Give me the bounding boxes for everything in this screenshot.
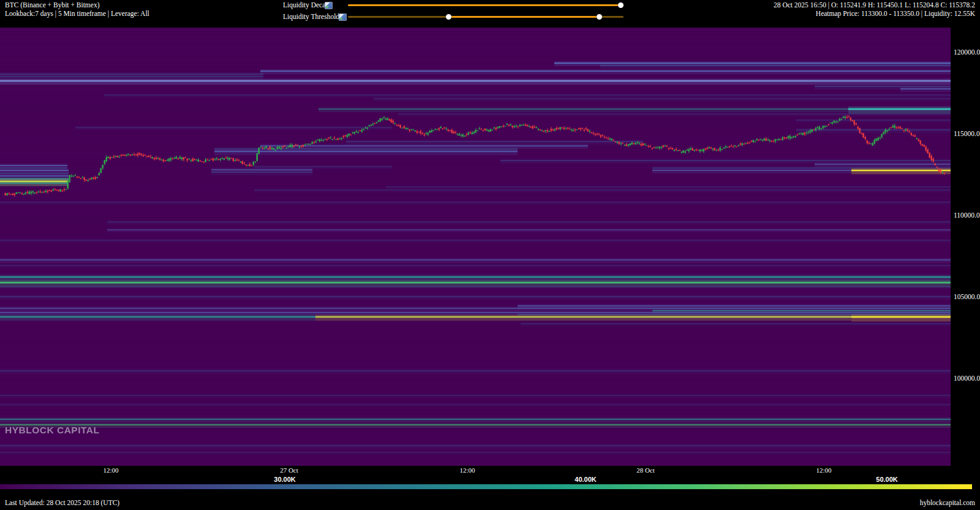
plot-area[interactable]: HYBLOCK CAPITAL <box>0 28 951 466</box>
slider-track[interactable] <box>448 16 599 18</box>
colorbar-tick-label: 30.00K <box>274 476 295 483</box>
site-link[interactable]: hyblockcapital.com <box>920 499 975 506</box>
slider-handle[interactable] <box>446 14 451 20</box>
lookback-settings: Lookback:7 days | 5 Min timeframe | Leve… <box>5 10 149 17</box>
last-updated-text: Last Updated: 28 Oct 2025 20:18 (UTC) <box>5 499 119 506</box>
colorbar-tick-label: 50.00K <box>876 476 897 483</box>
colorbar-tick-label: 40.00K <box>575 476 596 483</box>
symbol-title: BTC (Binance + Bybit + Bitmex) <box>5 1 99 9</box>
heatmap-price-readout: Heatmap Price: 113300.0 - 113350.0 | Liq… <box>816 10 975 17</box>
symbol-info: BTC (Binance + Bybit + Bitmex) Lookback:… <box>5 1 149 18</box>
slider-track[interactable] <box>348 16 448 18</box>
time-tick-label: 28 Oct <box>636 466 655 474</box>
liquidity-threshold-label: Liquidity Threshold <box>283 13 339 20</box>
price-tick-label: 110000.0 <box>954 211 980 219</box>
liquidity-decay-image-icon <box>325 2 333 9</box>
time-tick-label: 12:00 <box>816 466 831 474</box>
ohlc-info: 28 Oct 2025 16:50 | O: 115241.9 H: 11545… <box>774 1 975 18</box>
price-tick-label: 115000.0 <box>954 130 980 137</box>
liquidity-colorbar <box>0 484 972 489</box>
time-tick-label: 12:00 <box>103 466 118 474</box>
price-tick-label: 120000.0 <box>954 48 980 56</box>
watermark: HYBLOCK CAPITAL <box>5 425 99 436</box>
heatmap-canvas <box>0 28 951 466</box>
slider-handle[interactable] <box>618 2 624 8</box>
slider-handle[interactable] <box>597 14 602 20</box>
price-tick-label: 105000.0 <box>954 293 980 300</box>
liquidity-threshold-image-icon <box>339 13 347 21</box>
time-tick-label: 12:00 <box>459 466 475 474</box>
slider-track[interactable] <box>348 4 624 6</box>
liquidity-decay-label: Liquidity Decay <box>283 1 329 9</box>
hyblock-liquidation-heatmap-app: BTC (Binance + Bybit + Bitmex) Lookback:… <box>0 0 980 510</box>
price-tick-label: 100000.0 <box>954 375 980 382</box>
ohlc-readout: 28 Oct 2025 16:50 | O: 115241.9 H: 11545… <box>774 1 975 9</box>
time-tick-label: 27 Oct <box>280 466 298 474</box>
slider-track[interactable] <box>599 16 624 18</box>
